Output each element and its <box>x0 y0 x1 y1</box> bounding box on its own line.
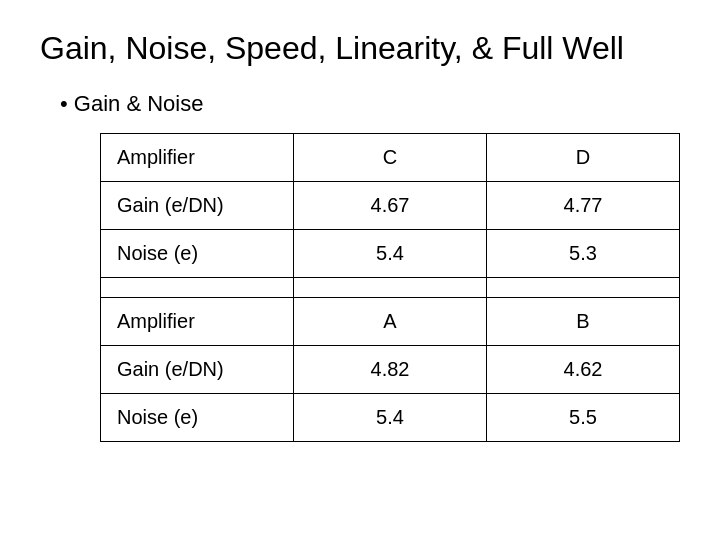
table-row: Amplifier C D <box>101 134 680 182</box>
gain-c-value: 4.67 <box>294 182 487 230</box>
table-row: Noise (e) 5.4 5.5 <box>101 394 680 442</box>
gain-d-value: 4.77 <box>487 182 680 230</box>
page-title: Gain, Noise, Speed, Linearity, & Full We… <box>40 30 680 67</box>
table-row: Amplifier A B <box>101 298 680 346</box>
gain-label-1: Gain (e/DN) <box>101 182 294 230</box>
noise-label-2: Noise (e) <box>101 394 294 442</box>
col-c-header: C <box>294 134 487 182</box>
table-row: Gain (e/DN) 4.67 4.77 <box>101 182 680 230</box>
gain-a-value: 4.82 <box>294 346 487 394</box>
amplifier-label-2: Amplifier <box>101 298 294 346</box>
spacer-cell-1 <box>101 278 294 298</box>
gain-noise-table: Amplifier C D Gain (e/DN) 4.67 4.77 Nois… <box>100 133 680 442</box>
col-a-header: A <box>294 298 487 346</box>
noise-d-value: 5.3 <box>487 230 680 278</box>
spacer-cell-2 <box>294 278 487 298</box>
spacer-row <box>101 278 680 298</box>
table-row: Noise (e) 5.4 5.3 <box>101 230 680 278</box>
col-d-header: D <box>487 134 680 182</box>
gain-b-value: 4.62 <box>487 346 680 394</box>
gain-label-2: Gain (e/DN) <box>101 346 294 394</box>
amplifier-label-1: Amplifier <box>101 134 294 182</box>
noise-b-value: 5.5 <box>487 394 680 442</box>
bullet-point: • Gain & Noise <box>60 91 680 117</box>
data-table-container: Amplifier C D Gain (e/DN) 4.67 4.77 Nois… <box>100 133 680 442</box>
noise-c-value: 5.4 <box>294 230 487 278</box>
table-row: Gain (e/DN) 4.82 4.62 <box>101 346 680 394</box>
col-b-header: B <box>487 298 680 346</box>
noise-a-value: 5.4 <box>294 394 487 442</box>
noise-label-1: Noise (e) <box>101 230 294 278</box>
spacer-cell-3 <box>487 278 680 298</box>
